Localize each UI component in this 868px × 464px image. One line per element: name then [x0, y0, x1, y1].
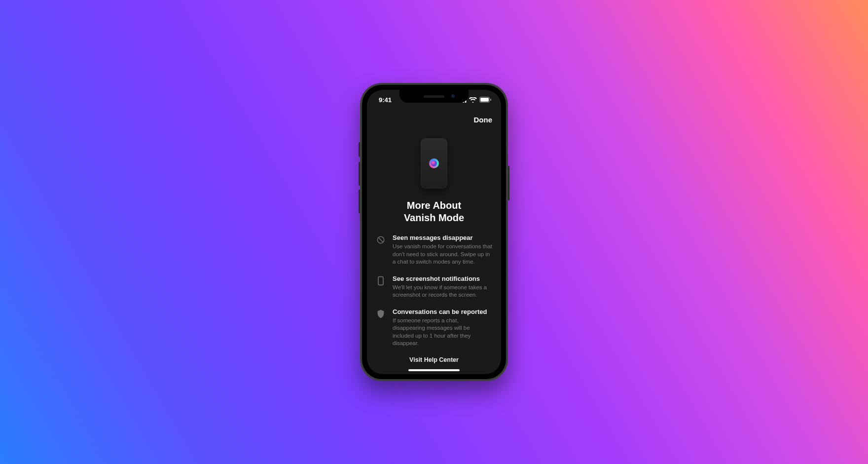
- nav-bar: Done: [367, 110, 501, 129]
- phone-outline-icon: [376, 276, 386, 286]
- feature-body: If someone reports a chat, disappearing …: [393, 317, 492, 348]
- feature-screenshot-notifications: See screenshot notifications We'll let y…: [376, 275, 492, 299]
- phone-device-frame: 9:41 Done More About Vanish Mode: [360, 83, 508, 381]
- feature-title: Seen messages disappear: [393, 234, 492, 241]
- feature-title: Conversations can be reported: [393, 308, 492, 315]
- device-notch: [399, 90, 469, 103]
- front-camera: [451, 94, 455, 98]
- page-title: More About Vanish Mode: [390, 199, 478, 224]
- status-time: 9:41: [379, 96, 392, 104]
- power-button: [508, 166, 509, 200]
- svg-line-8: [379, 238, 383, 242]
- home-indicator[interactable]: [408, 369, 460, 371]
- volume-down-button: [359, 190, 360, 213]
- battery-icon: [479, 97, 491, 103]
- phone-screen: 9:41 Done More About Vanish Mode: [367, 90, 501, 374]
- shield-icon: [376, 309, 386, 319]
- feature-seen-messages: Seen messages disappear Use vanish mode …: [376, 234, 492, 266]
- speaker-grill: [424, 95, 444, 98]
- volume-up-button: [359, 162, 360, 186]
- feature-title: See screenshot notifications: [393, 275, 492, 282]
- svg-rect-9: [378, 276, 383, 285]
- vanish-mode-hero-graphic: [421, 138, 447, 189]
- feature-list: Seen messages disappear Use vanish mode …: [376, 234, 492, 348]
- visit-help-center-link[interactable]: Visit Help Center: [376, 349, 492, 367]
- done-button[interactable]: Done: [474, 116, 493, 124]
- feature-body: We'll let you know if someone takes a sc…: [393, 284, 492, 299]
- svg-rect-6: [490, 99, 491, 101]
- wifi-icon: [469, 97, 477, 103]
- svg-rect-5: [480, 98, 489, 102]
- feature-report-conversations: Conversations can be reported If someone…: [376, 308, 492, 348]
- vanish-mode-orb-icon: [429, 158, 439, 168]
- feature-body: Use vanish mode for conversations that d…: [393, 243, 492, 266]
- no-entry-icon: [376, 235, 386, 245]
- mute-switch: [359, 142, 360, 157]
- page-content: More About Vanish Mode Seen messages dis…: [367, 129, 501, 374]
